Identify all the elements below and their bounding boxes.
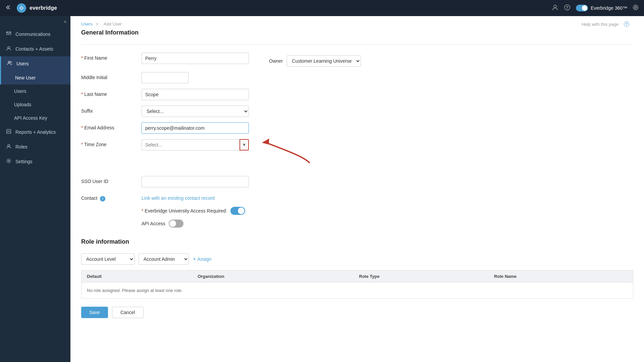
assign-button[interactable]: + Assign [193, 256, 211, 262]
api-access-toggle[interactable] [169, 220, 183, 228]
sidebar-item-label-roles: Roles [15, 144, 28, 149]
owner-select[interactable]: Customer Learning Universe [287, 55, 361, 67]
arrow-annotation [256, 136, 316, 167]
svg-point-10 [10, 61, 12, 63]
svg-point-12 [8, 144, 10, 146]
assign-plus-icon: + [193, 256, 196, 262]
contact-link[interactable]: Link with an existing contact record [142, 193, 215, 201]
contact-row: Contact i Link with an existing contact … [81, 193, 633, 201]
eu-access-toggle-knob [238, 207, 245, 214]
breadcrumb: Users > Add User Help with this page ? [70, 16, 644, 29]
action-buttons: Save Cancel [81, 307, 633, 318]
timezone-dropdown-btn[interactable]: ▼ [239, 139, 249, 150]
suffix-select[interactable]: Select... Jr. Sr. II III [142, 106, 249, 117]
help-circle-icon: ? [624, 21, 629, 27]
sso-label: SSO User ID [81, 176, 142, 184]
sidebar-item-users[interactable]: Users [0, 56, 70, 71]
contact-info-icon[interactable]: i [100, 196, 105, 201]
sidebar-item-label-communications: Communications [15, 32, 50, 37]
sidebar-item-contacts[interactable]: Contacts + Assets [0, 42, 70, 56]
col-organization: Organization [192, 270, 354, 282]
sidebar-item-reports[interactable]: Reports + Analytics [0, 125, 70, 139]
sidebar-item-roles[interactable]: Roles [0, 139, 70, 154]
sidebar-item-label-api-key: API Access Key [14, 115, 47, 121]
sidebar-item-uploads[interactable]: Uploads [0, 98, 70, 111]
first-name-field [142, 53, 249, 64]
col-role-name: Role Name [489, 270, 633, 282]
assign-label: Assign [197, 256, 211, 262]
breadcrumb-separator: > [96, 21, 99, 26]
last-name-input[interactable] [142, 89, 249, 100]
first-name-row: First Name Owner Customer Learning Unive… [81, 53, 633, 67]
role-level-select[interactable]: Account Level Organization Level [81, 253, 135, 265]
sidebar-item-new-user[interactable]: New User [0, 71, 70, 84]
no-role-message: No role assigned. Please assign at least… [82, 282, 633, 298]
eu-access-row: Everbridge University Access Required: [142, 207, 633, 215]
last-name-label: Last Name [81, 89, 142, 97]
role-controls: Account Level Organization Level Account… [81, 253, 633, 265]
sidebar-item-api-key[interactable]: API Access Key [0, 111, 70, 125]
topbar: everbridge ? Everbridge 360™ [0, 0, 644, 16]
timezone-input[interactable] [142, 139, 239, 150]
radio-icon[interactable] [633, 4, 639, 12]
communications-icon [5, 31, 12, 38]
page-title: General Information [81, 29, 633, 36]
sidebar-item-settings[interactable]: Settings [0, 154, 70, 169]
owner-section: Owner Customer Learning Universe [269, 53, 361, 67]
timezone-field: ▼ [142, 139, 249, 150]
form-container: General Information First Name Owner Cus… [70, 29, 644, 329]
role-table: Default Organization Role Type Role Name… [81, 270, 633, 299]
content-area: Users > Add User Help with this page ? G… [70, 16, 644, 362]
role-type-select[interactable]: Account Admin Account User Account Viewe… [139, 253, 189, 265]
sso-row: SSO User ID [81, 176, 633, 187]
last-name-field [142, 89, 249, 100]
role-section-title: Role information [81, 238, 633, 245]
svg-point-13 [8, 160, 10, 162]
timezone-label: Time Zone [81, 139, 142, 147]
collapse-sidebar-icon[interactable] [5, 4, 12, 12]
roles-icon [5, 143, 12, 150]
reports-icon [5, 129, 12, 135]
help-link[interactable]: Help with this page ? [580, 21, 631, 27]
first-name-input[interactable] [142, 53, 249, 64]
cancel-button[interactable]: Cancel [112, 307, 144, 318]
eu-access-label: Everbridge University Access Required: [142, 208, 227, 214]
sidebar-item-users-list[interactable]: Users [0, 84, 70, 98]
sidebar-item-label-users-list: Users [14, 88, 26, 94]
eu-access-toggle[interactable] [230, 207, 245, 215]
email-field [142, 122, 249, 134]
sidebar-item-label-users: Users [16, 61, 29, 66]
timezone-wrapper: ▼ [142, 139, 249, 150]
first-name-label: First Name [81, 53, 142, 61]
users-icon [6, 60, 13, 67]
sidebar-collapse-btn[interactable]: « [64, 19, 66, 24]
svg-marker-14 [262, 138, 272, 147]
360-toggle[interactable] [576, 5, 588, 11]
help-icon[interactable]: ? [564, 4, 571, 12]
sidebar-item-label-reports: Reports + Analytics [15, 129, 56, 135]
360-label: Everbridge 360™ [591, 5, 627, 11]
everbridge-360-badge: Everbridge 360™ [576, 5, 627, 11]
email-input[interactable] [142, 122, 249, 134]
breadcrumb-parent[interactable]: Users [81, 21, 93, 26]
settings-icon [5, 158, 12, 165]
sidebar-item-communications[interactable]: Communications [0, 27, 70, 42]
middle-initial-input[interactable] [142, 72, 189, 83]
col-default: Default [82, 270, 193, 282]
svg-point-1 [20, 7, 22, 9]
contact-label: Contact i [81, 193, 142, 201]
sidebar-item-label-contacts: Contacts + Assets [15, 46, 53, 52]
middle-initial-row: Middle Initial [81, 72, 633, 83]
sidebar-collapse-area: « [0, 16, 70, 27]
save-button[interactable]: Save [81, 307, 108, 318]
sidebar-item-label-new-user: New User [15, 75, 36, 80]
sso-input[interactable] [142, 176, 249, 187]
main-layout: « Communications Contacts + Assets [0, 16, 644, 362]
email-row: Email Address [81, 122, 633, 134]
help-text: Help with this page [582, 22, 619, 27]
sidebar-item-label-uploads: Uploads [14, 102, 31, 107]
user-profile-icon[interactable] [552, 4, 558, 12]
logo-text: everbridge [30, 5, 57, 11]
table-empty-row: No role assigned. Please assign at least… [82, 282, 633, 298]
topbar-right: ? Everbridge 360™ [552, 4, 639, 12]
